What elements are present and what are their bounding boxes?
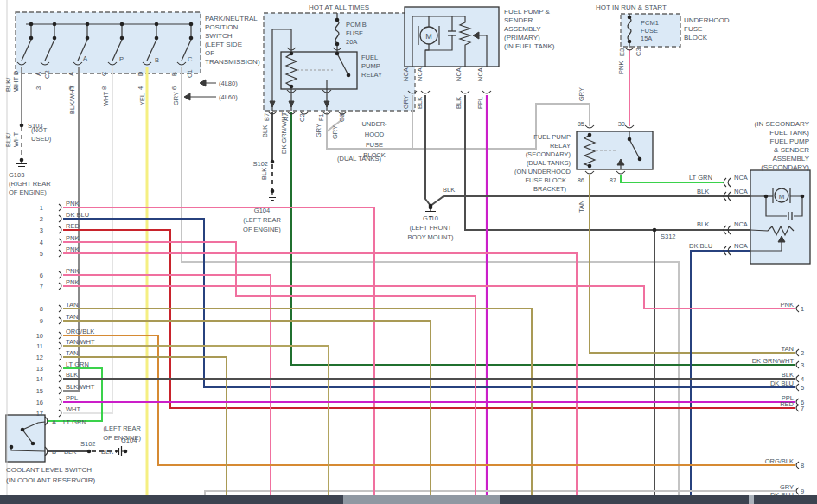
diagram-label: HOOD	[365, 131, 385, 138]
wire-label: 16	[36, 399, 43, 406]
diagram-label: LT GRN	[63, 418, 86, 426]
wire-label: ORG/BLK	[66, 328, 94, 335]
wire-label: BLK/WHT	[66, 383, 95, 391]
wire-row10-orgblk	[63, 335, 795, 465]
junction-dot	[335, 52, 340, 56]
wire-label: PNK	[781, 301, 794, 309]
wire-label: DK BLU	[66, 211, 89, 219]
diagram-label: A	[83, 54, 87, 62]
terminal-arc-left	[59, 317, 61, 324]
pin-arc	[724, 178, 726, 187]
ground-symbol	[267, 191, 278, 201]
junction-dot	[588, 164, 592, 169]
junction-dot	[335, 42, 340, 47]
diagram-label: B	[155, 56, 159, 64]
terminal-arc-right	[796, 462, 799, 469]
diagram-label: BLOCK	[684, 34, 708, 41]
junction-dot	[21, 428, 25, 432]
wire-row8-tan	[63, 309, 532, 504]
diagram-label: UNDER-	[361, 120, 387, 128]
diagram-label: NCA	[734, 188, 748, 195]
wire-label: 5	[40, 250, 43, 258]
diagram-label: BRACKET)	[533, 185, 566, 193]
wiring-diagram-page: 1PNK2DK BLU3RED4PNK5PNK6PNK7PNK8TAN9TAN1…	[0, 0, 817, 504]
wire-label: 17	[36, 410, 43, 418]
diagram-label: (RIGHT REAR	[9, 180, 51, 188]
wire-row7-pnk	[63, 286, 795, 309]
diagram-label: PCM B	[346, 21, 367, 29]
diagram-label: & SENDER	[774, 146, 809, 154]
diagram-label: S312	[661, 233, 676, 240]
diagram-label: GRY	[402, 95, 410, 109]
wire-row2-dkblu	[63, 219, 795, 387]
junction-dot	[628, 16, 632, 20]
terminal-arc-left	[59, 250, 61, 257]
diagram-label: SENDER	[504, 16, 533, 24]
pin-arc	[421, 91, 430, 93]
wire-label: TAN	[66, 349, 78, 357]
ground-g104-a	[267, 189, 278, 201]
terminal-arc-right	[796, 488, 799, 494]
diagram-label: USED)	[31, 135, 52, 143]
wire-label: RED	[780, 400, 794, 408]
junction-dot	[120, 22, 124, 27]
wire-label: 4	[801, 375, 804, 383]
diagram-label: BLK	[443, 186, 455, 194]
diagram-label: RELAY	[550, 142, 571, 150]
wire-label: TAN	[66, 313, 78, 321]
diagram-label: PUMP	[361, 62, 380, 70]
diagram-label: GRY	[578, 87, 585, 101]
terminal-arc-left	[59, 365, 61, 372]
wire-label: 3	[40, 226, 43, 234]
junction-dot	[29, 22, 34, 27]
wire-label: 13	[36, 365, 43, 373]
junction-dot	[53, 36, 57, 41]
pin-arc	[728, 178, 731, 187]
wire-label: BLK	[782, 371, 794, 379]
diagram-label: BLK/	[4, 77, 12, 92]
junction-dot	[31, 442, 35, 446]
diagram-label: D	[137, 71, 144, 76]
diagram-label: G103	[9, 171, 24, 179]
terminal-arc-left	[59, 271, 61, 278]
diagram-label: PCM1	[641, 19, 659, 27]
wire-label: 12	[36, 354, 43, 361]
diagram-label: NCA	[734, 174, 748, 182]
diagram-label: S102	[80, 440, 96, 448]
diagram-label: (DUAL TANKS)	[337, 155, 382, 163]
scrollbar-thumb[interactable]	[343, 495, 500, 504]
diagram-label: BLK	[260, 168, 268, 180]
wire-label: 10	[36, 332, 43, 340]
wire-label: RED	[66, 222, 80, 230]
terminal-arc-right	[796, 361, 799, 368]
diagram-label: PARK/NEUTRAL	[205, 15, 258, 22]
diagram-label: OF ENGINE)	[103, 434, 141, 442]
diagram-label: FUEL PUMP &	[504, 8, 551, 16]
diagram-label: NCA	[734, 220, 748, 228]
diagram-label: 85	[578, 120, 584, 128]
wire-sec-dkblu	[691, 251, 750, 504]
diagram-label: (IN SECONDARY	[755, 120, 810, 128]
diagram-label: 6	[170, 86, 178, 90]
terminal-arc-left	[59, 375, 61, 382]
wire-label: PPL	[66, 394, 78, 402]
terminal-arc-left	[59, 342, 61, 349]
diagram-label: G104	[254, 207, 270, 214]
wire-label: 9	[801, 488, 804, 495]
diagram-label: HOT AT ALL TIMES	[309, 3, 369, 11]
pin-arc	[461, 91, 469, 93]
diagram-label: BODY MOUNT)	[407, 233, 454, 241]
diagram-label: P	[119, 55, 124, 63]
wire-label: PNK	[66, 267, 79, 275]
diagram-label: BLK/	[4, 132, 12, 147]
wire-label: TAN	[66, 301, 78, 309]
diagram-label: BLK	[261, 125, 269, 137]
junction-dot	[29, 36, 34, 41]
diagram-label: WHT	[12, 132, 20, 147]
junction-dot	[189, 22, 194, 27]
junction-dot	[87, 450, 92, 454]
junction-dot	[335, 18, 340, 22]
diagram-label: BLK	[697, 220, 709, 228]
terminal-arc-left	[59, 354, 61, 360]
diagram-label: BLK	[455, 97, 463, 109]
